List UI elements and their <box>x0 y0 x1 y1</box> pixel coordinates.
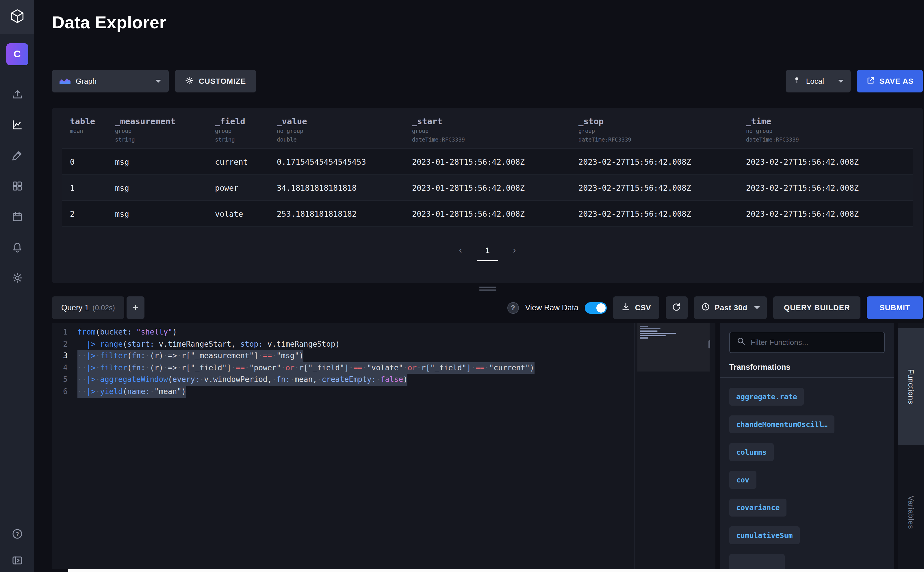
view-raw-toggle[interactable] <box>585 302 607 314</box>
tab-functions[interactable]: Functions <box>898 328 924 445</box>
local-dropdown[interactable]: Local <box>786 70 851 92</box>
column-header-_field[interactable]: _fieldgroupstring <box>215 117 277 149</box>
expand-sidebar-icon[interactable] <box>11 555 23 566</box>
table-cell: volate <box>215 209 277 218</box>
search-icon <box>737 337 745 348</box>
data-explorer-graph-icon[interactable] <box>11 119 23 131</box>
query-duration: (0.02s) <box>92 304 115 312</box>
page-title: Data Explorer <box>52 13 166 33</box>
alerts-bell-icon[interactable] <box>11 241 23 253</box>
page-number[interactable]: 1 <box>477 246 498 261</box>
view-toolbar-left: Graph CUSTOMIZE <box>52 70 256 92</box>
customize-button[interactable]: CUSTOMIZE <box>175 70 256 92</box>
influxdb-logo-icon <box>9 8 25 26</box>
view-type-dropdown[interactable]: Graph <box>52 70 169 92</box>
minimap-line <box>640 333 676 334</box>
chevron-down-icon <box>156 80 161 82</box>
prev-page-button[interactable]: ‹ <box>459 246 462 255</box>
table-row: 2msgvolate253.18181818181822023-01-28T15… <box>62 201 913 227</box>
help-icon[interactable]: ? <box>11 528 23 539</box>
raw-data-help-icon[interactable]: ? <box>507 302 519 314</box>
table-body: 0msgcurrent0.171545454545454532023-01-28… <box>62 149 913 227</box>
minimap-line <box>640 326 648 327</box>
code-line[interactable]: 1from(bucket: "shelly") <box>52 326 716 338</box>
table-cell: 2023-01-28T15:56:42.008Z <box>412 209 579 218</box>
line-number: 5 <box>52 374 78 386</box>
function-pill[interactable]: covariance <box>729 499 787 516</box>
customize-label: CUSTOMIZE <box>199 77 246 85</box>
table-cell: 0.17154545454545453 <box>277 157 412 166</box>
gear-icon <box>185 76 194 86</box>
add-query-button[interactable]: + <box>126 296 145 319</box>
avatar-initial: C <box>14 48 21 60</box>
column-header-table[interactable]: tablemean <box>62 117 115 149</box>
column-header-_value[interactable]: _valueno groupdouble <box>277 117 412 149</box>
code-line[interactable]: 2 |> range(start: v.timeRangeStart, stop… <box>52 338 716 350</box>
column-header-_time[interactable]: _timeno groupdateTime:RFC3339 <box>746 117 913 149</box>
function-pill[interactable]: columns <box>729 443 773 461</box>
line-content: |> range(start: v.timeRangeStart, stop: … <box>78 338 340 350</box>
line-content: ··|>·aggregateWindow(every:·v.windowPeri… <box>78 374 408 386</box>
notebooks-edit-icon[interactable] <box>11 150 23 161</box>
table-cell: 2 <box>62 209 115 218</box>
line-content: from(bucket: "shelly") <box>78 326 177 338</box>
column-header-_start[interactable]: _startgroupdateTime:RFC3339 <box>412 117 579 149</box>
bottom-edge-strip <box>68 569 924 572</box>
tab-variables[interactable]: Variables <box>898 489 924 536</box>
local-label: Local <box>806 77 824 85</box>
code-line[interactable]: 3··|>·filter(fn:·(r)·=>·r["_measurement"… <box>52 350 716 362</box>
line-number: 3 <box>52 350 78 362</box>
refresh-button[interactable] <box>666 296 688 319</box>
query-builder-button[interactable]: QUERY BUILDER <box>773 296 860 319</box>
line-content: ··|>·filter(fn:·(r)·=>·r["_measurement"]… <box>78 350 304 362</box>
table-cell: 0 <box>62 157 115 166</box>
code-line[interactable]: 5··|>·aggregateWindow(every:·v.windowPer… <box>52 374 716 386</box>
function-pill[interactable]: cumulativeSum <box>729 526 800 544</box>
function-search-input[interactable] <box>751 338 877 347</box>
area-chart-icon <box>59 76 70 86</box>
minimap-line <box>640 331 658 332</box>
minimap-line <box>640 337 649 339</box>
table-cell: 2023-01-28T15:56:42.008Z <box>412 157 579 166</box>
main-content: Data Explorer Graph <box>34 0 924 572</box>
resize-drag-handle[interactable] <box>52 287 923 291</box>
upload-icon[interactable] <box>11 89 23 100</box>
view-type-label: Graph <box>76 77 96 85</box>
column-header-_measurement[interactable]: _measurementgroupstring <box>115 117 215 149</box>
csv-download-button[interactable]: CSV <box>613 296 660 319</box>
clock-icon <box>701 302 710 313</box>
query-tabs: Query 1 (0.02s) + <box>52 296 145 319</box>
submit-button[interactable]: SUBMIT <box>867 296 923 319</box>
function-pill[interactable]: cov <box>729 471 756 489</box>
chevron-down-icon <box>754 306 760 309</box>
column-header-_stop[interactable]: _stopgroupdateTime:RFC3339 <box>579 117 746 149</box>
refresh-icon <box>672 302 681 314</box>
download-icon <box>621 302 630 313</box>
editor-scrollbar-thumb[interactable] <box>708 340 710 348</box>
influxdb-logo-button[interactable] <box>0 0 34 34</box>
function-pill[interactable]: aggregate.rate <box>729 388 804 406</box>
pagination: ‹ 1 › <box>62 246 913 261</box>
pin-icon <box>793 76 801 86</box>
settings-gear-icon[interactable] <box>11 272 23 284</box>
save-as-button[interactable]: SAVE AS <box>857 70 923 92</box>
transformations-heading: Transformations <box>720 363 894 378</box>
code-line[interactable]: 4··|>·filter(fn:·(r)·=>·r["_field"]·==·"… <box>52 362 716 374</box>
line-number: 4 <box>52 362 78 374</box>
function-search-box[interactable] <box>729 332 885 353</box>
query-actions: ? View Raw Data CSV <box>507 296 923 319</box>
dashboards-grid-icon[interactable] <box>11 180 23 192</box>
function-pill-partial[interactable] <box>729 554 785 569</box>
table-row: 1msgpower34.181818181818182023-01-28T15:… <box>62 174 913 201</box>
flux-editor[interactable]: 1from(bucket: "shelly")2 |> range(start:… <box>52 323 716 569</box>
query-tab[interactable]: Query 1 (0.02s) <box>52 296 124 319</box>
code-line[interactable]: 6··|>·yield(name:·"mean") <box>52 386 716 398</box>
tasks-calendar-icon[interactable] <box>11 211 23 222</box>
org-avatar[interactable]: C <box>6 44 28 65</box>
table-cell: 2023-02-27T15:56:42.008Z <box>579 157 746 166</box>
table-cell: current <box>215 157 277 166</box>
function-pill[interactable]: chandeMomentumOscill… <box>729 415 834 433</box>
table-cell: msg <box>115 157 215 166</box>
time-range-dropdown[interactable]: Past 30d <box>694 296 767 319</box>
next-page-button[interactable]: › <box>513 246 516 255</box>
